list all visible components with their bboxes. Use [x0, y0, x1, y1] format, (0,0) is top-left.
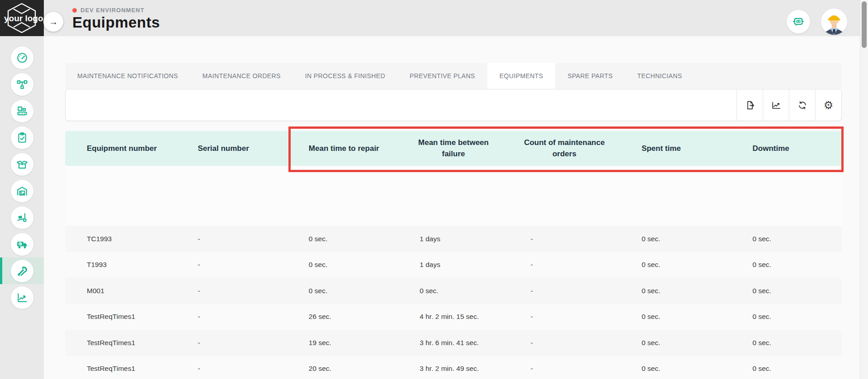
tab-maintenance-notifications[interactable]: MAINTENANCE NOTIFICATIONS [65, 63, 190, 89]
sidebar-item-maintenance[interactable] [0, 257, 44, 284]
export-icon [745, 100, 755, 110]
refresh-icon [797, 100, 807, 110]
open-box-icon [11, 153, 33, 176]
warehouse-icon [11, 180, 33, 202]
table-row[interactable]: M001-0 sec.0 sec.-0 sec.0 sec. [65, 278, 842, 304]
sidebar-item-analytics[interactable] [0, 284, 44, 311]
analytics-chart-icon [11, 286, 33, 309]
sidebar-item-delivery-truck[interactable] [0, 231, 44, 257]
production-line-icon [11, 100, 33, 122]
vertical-scrollbar [860, 0, 868, 379]
column-header-count-of-maintenance-orders[interactable]: Count of maintenance orders [509, 131, 620, 166]
chatbot-button[interactable] [787, 10, 810, 33]
arrow-right-icon: → [49, 17, 58, 27]
scrollbar-thumb[interactable] [862, 1, 867, 48]
svg-text:your logo: your logo [4, 14, 43, 23]
settings-gear-icon: ⚙ [824, 100, 834, 111]
sidebar-nav [0, 44, 44, 311]
table-body: TC1993-0 sec.1 days-0 sec.0 sec. T1993-0… [65, 226, 842, 379]
filter-row [65, 166, 842, 225]
tab-in-process-finished[interactable]: IN PROCESS & FINISHED [293, 63, 397, 89]
line-chart-icon [771, 100, 781, 110]
table-row[interactable]: TestReqTimes1-26 sec.4 hr. 2 min. 15 sec… [65, 304, 842, 330]
sidebar-item-dashboard[interactable] [0, 44, 44, 71]
dashboard-gauge-icon [11, 47, 33, 69]
hand-truck-icon [11, 206, 33, 229]
sidebar-item-hierarchy[interactable] [0, 71, 44, 98]
sidebar-item-spare-parts[interactable] [0, 151, 44, 178]
module-tabs: MAINTENANCE NOTIFICATIONS MAINTENANCE OR… [65, 63, 842, 89]
hierarchy-icon [11, 73, 33, 96]
chart-view-button[interactable] [763, 89, 789, 121]
tab-preventive-plans[interactable]: PREVENTIVE PLANS [397, 63, 487, 89]
table-header-row: Equipment number Serial number Mean time… [65, 131, 842, 166]
table-toolbar: ⚙ [65, 89, 842, 121]
page-title: Equipments [72, 14, 160, 31]
settings-button[interactable]: ⚙ [815, 89, 841, 121]
tab-spare-parts[interactable]: SPARE PARTS [555, 63, 625, 89]
env-label: DEV ENVIRONMENT [80, 7, 144, 14]
delivery-truck-icon [11, 233, 33, 256]
chatbot-bubble-icon [792, 15, 805, 28]
column-header-downtime[interactable]: Downtime [731, 131, 842, 166]
column-header-spent-time[interactable]: Spent time [620, 131, 731, 166]
sidebar-item-production-line[interactable] [0, 98, 44, 124]
table-row[interactable]: TestReqTimes1-20 sec.3 hr. 2 min. 49 sec… [65, 356, 842, 379]
column-header-equipment-number[interactable]: Equipment number [65, 131, 176, 166]
maintenance-tools-icon [11, 260, 33, 282]
column-header-serial-number[interactable]: Serial number [176, 131, 287, 166]
table-row[interactable]: T1993-0 sec.1 days-0 sec.0 sec. [65, 252, 842, 278]
tasks-clipboard-icon [11, 126, 33, 149]
app-logo: your logo [0, 0, 44, 36]
sidebar-collapse-button[interactable]: → [43, 12, 63, 32]
sidebar-item-tasks[interactable] [0, 124, 44, 151]
top-header: DEV ENVIRONMENT Equipments [44, 0, 860, 36]
export-button[interactable] [736, 89, 763, 121]
tab-maintenance-orders[interactable]: MAINTENANCE ORDERS [190, 63, 293, 89]
tab-technicians[interactable]: TECHNICIANS [625, 63, 694, 89]
sidebar: your logo [0, 0, 44, 379]
column-header-mean-time-between-failure[interactable]: Mean time between failure [398, 131, 509, 166]
column-header-mean-time-to-repair[interactable]: Mean time to repair [287, 131, 398, 166]
tab-equipments[interactable]: EQUIPMENTS [487, 63, 556, 89]
table-row[interactable]: TC1993-0 sec.1 days-0 sec.0 sec. [65, 226, 842, 252]
env-status-dot [72, 8, 77, 13]
sidebar-item-warehouse[interactable] [0, 178, 44, 204]
sidebar-item-hand-truck[interactable] [0, 204, 44, 231]
table-row[interactable]: TestReqTimes1-19 sec.3 hr. 6 min. 41 sec… [65, 330, 842, 356]
user-avatar[interactable] [821, 9, 847, 35]
refresh-button[interactable] [789, 89, 815, 121]
